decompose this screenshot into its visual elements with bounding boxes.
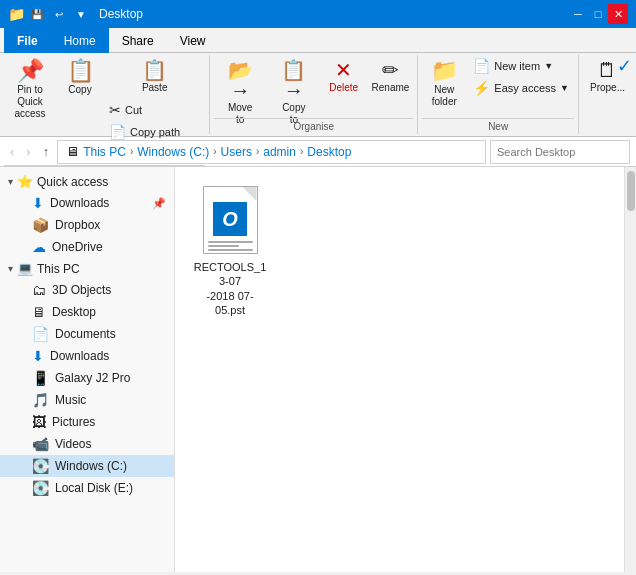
dropbox-label: Dropbox [55, 218, 100, 232]
sidebar-item-desktop[interactable]: 🖥 Desktop [0, 301, 174, 323]
music-icon: 🎵 [32, 392, 49, 408]
easy-access-icon: ⚡ [473, 80, 490, 96]
sidebar-item-onedrive[interactable]: ☁ OneDrive [0, 236, 174, 258]
copy-to-icon: 📋→ [275, 60, 313, 100]
paste-label: Paste [142, 82, 168, 94]
scroll-thumb[interactable] [627, 171, 635, 211]
file-icon-container: O [198, 184, 262, 256]
sidebar-item-videos[interactable]: 📹 Videos [0, 433, 174, 455]
sidebar-item-documents[interactable]: 📄 Documents [0, 323, 174, 345]
check-mark-icon: ✓ [617, 55, 632, 77]
maximize-button[interactable]: □ [588, 4, 608, 24]
documents-icon: 📄 [32, 326, 49, 342]
main-area: ▾ ⭐ Quick access ⬇ Downloads 📌 📦 Dropbox… [0, 167, 636, 572]
sidebar-item-galaxy[interactable]: 📱 Galaxy J2 Pro [0, 367, 174, 389]
easy-access-label: Easy access [494, 82, 556, 94]
file-item-rectools[interactable]: O RECTOOLS_13-07-2018 07-05.pst [185, 177, 275, 324]
path-segment-0[interactable]: This PC [83, 145, 126, 159]
sidebar-item-dropbox[interactable]: 📦 Dropbox [0, 214, 174, 236]
new-folder-icon: 📁 [431, 60, 458, 82]
pin-to-quick-access-button[interactable]: 📌 Pin to Quick access [4, 55, 56, 117]
path-segment-3[interactable]: admin [263, 145, 296, 159]
pin-icon: 📌 [17, 60, 44, 82]
desktop-label: Desktop [52, 305, 96, 319]
forward-button[interactable]: › [22, 142, 34, 161]
copy-icon: 📋 [67, 60, 94, 82]
minimize-button[interactable]: ─ [568, 4, 588, 24]
sidebar: ▾ ⭐ Quick access ⬇ Downloads 📌 📦 Dropbox… [0, 167, 175, 572]
onedrive-label: OneDrive [52, 240, 103, 254]
copy-to-button[interactable]: 📋→ Copy to [268, 55, 320, 117]
undo-qat-button[interactable]: ↩ [49, 4, 69, 24]
address-path[interactable]: 🖥 This PC › Windows (C:) › Users › admin… [57, 140, 486, 164]
tab-view[interactable]: View [167, 28, 219, 53]
sidebar-item-downloads-quick[interactable]: ⬇ Downloads 📌 [0, 192, 174, 214]
new-folder-button[interactable]: 📁 New folder [422, 55, 466, 117]
close-button[interactable]: ✕ [608, 4, 628, 24]
delete-button[interactable]: ✕ Delete [322, 55, 366, 117]
path-segment-1[interactable]: Windows (C:) [137, 145, 209, 159]
rename-label: Rename [372, 82, 410, 94]
sidebar-item-3d-objects[interactable]: 🗂 3D Objects [0, 279, 174, 301]
properties-group-content: 🗒 Prope... ✓ [583, 55, 632, 118]
paste-icon: 📋 [142, 60, 167, 80]
window-title: Desktop [99, 7, 143, 21]
downloads-quick-label: Downloads [50, 196, 109, 210]
back-button[interactable]: ‹ [6, 142, 18, 161]
new-items-column: 📄 New item ▼ ⚡ Easy access ▼ [468, 55, 574, 99]
cut-button[interactable]: ✂ Cut [104, 99, 205, 121]
new-group-label: New [422, 118, 574, 134]
easy-access-button[interactable]: ⚡ Easy access ▼ [468, 77, 574, 99]
tab-share[interactable]: Share [109, 28, 167, 53]
organise-group-content: 📂→ Move to 📋→ Copy to ✕ Delete ✏ Rename [214, 55, 413, 118]
qat-dropdown-button[interactable]: ▼ [71, 4, 91, 24]
sidebar-item-pictures[interactable]: 🖼 Pictures [0, 411, 174, 433]
paste-button[interactable]: 📋 Paste [104, 55, 205, 99]
downloads-label: Downloads [50, 349, 109, 363]
tab-home[interactable]: Home [51, 28, 109, 53]
properties-label: Prope... [590, 82, 625, 94]
new-item-button[interactable]: 📄 New item ▼ [468, 55, 574, 77]
sidebar-this-pc-header[interactable]: ▾ 💻 This PC [0, 258, 174, 279]
new-group: 📁 New folder 📄 New item ▼ ⚡ Easy access … [418, 55, 579, 134]
file-area[interactable]: O RECTOOLS_13-07-2018 07-05.pst [175, 167, 624, 572]
copy-path-label: Copy path [130, 126, 180, 138]
dropbox-icon: 📦 [32, 217, 49, 233]
sidebar-item-windows-c[interactable]: 💽 Windows (C:) [0, 455, 174, 477]
file-doc-body: O [204, 187, 257, 237]
right-scrollbar[interactable] [624, 167, 636, 572]
move-to-button[interactable]: 📂→ Move to [214, 55, 266, 117]
sidebar-item-music[interactable]: 🎵 Music [0, 389, 174, 411]
path-segment-2[interactable]: Users [221, 145, 252, 159]
documents-label: Documents [55, 327, 116, 341]
sidebar-quick-access-header[interactable]: ▾ ⭐ Quick access [0, 171, 174, 192]
path-icon: 🖥 [66, 144, 79, 159]
easy-access-dropdown-icon: ▼ [560, 83, 569, 93]
search-input[interactable] [490, 140, 630, 164]
new-item-icon: 📄 [473, 58, 490, 74]
3d-objects-label: 3D Objects [52, 283, 111, 297]
videos-label: Videos [55, 437, 91, 451]
local-disk-e-label: Local Disk (E:) [55, 481, 133, 495]
properties-group: 🗒 Prope... ✓ x [579, 55, 636, 134]
doc-line-3 [208, 249, 253, 251]
music-label: Music [55, 393, 86, 407]
cut-label: Cut [125, 104, 142, 116]
sidebar-item-downloads[interactable]: ⬇ Downloads [0, 345, 174, 367]
ribbon: 📌 Pin to Quick access 📋 Copy 📋 Paste ✂ C… [0, 53, 636, 137]
rename-button[interactable]: ✏ Rename [368, 55, 414, 117]
move-to-icon: 📂→ [221, 60, 259, 100]
quick-access-star-icon: ⭐ [17, 174, 33, 189]
onedrive-icon: ☁ [32, 239, 46, 255]
up-button[interactable]: ↑ [39, 142, 54, 161]
windows-c-icon: 💽 [32, 458, 49, 474]
path-segment-4[interactable]: Desktop [307, 145, 351, 159]
tab-file[interactable]: File [4, 28, 51, 53]
address-bar: ‹ › ↑ 🖥 This PC › Windows (C:) › Users ›… [0, 137, 636, 167]
doc-line-1 [208, 241, 253, 243]
save-qat-button[interactable]: 💾 [27, 4, 47, 24]
videos-icon: 📹 [32, 436, 49, 452]
sidebar-item-local-disk-e[interactable]: 💽 Local Disk (E:) [0, 477, 174, 499]
copy-button[interactable]: 📋 Copy [58, 55, 102, 117]
new-item-dropdown-icon: ▼ [544, 61, 553, 71]
